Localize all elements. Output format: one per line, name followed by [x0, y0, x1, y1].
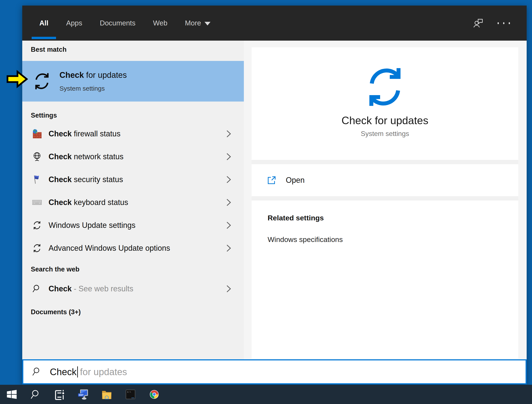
result-check-firewall-status[interactable]: Check firewall status — [22, 122, 244, 145]
remote-desktop-icon[interactable] — [77, 389, 89, 400]
search-input-suggestion-text: for updates — [80, 366, 127, 377]
result-subtitle: System settings — [59, 85, 127, 92]
text-cursor — [77, 366, 78, 378]
result-advanced-windows-update-options[interactable]: Advanced Windows Update options — [22, 237, 244, 259]
sync-icon — [32, 71, 52, 91]
related-item-windows-specifications[interactable]: Windows specifications — [268, 235, 518, 244]
chevron-right-icon — [226, 130, 231, 138]
search-flyout-window: All Apps Documents Web More Best mat — [22, 6, 527, 384]
search-icon[interactable] — [30, 389, 41, 400]
sync-icon — [32, 243, 42, 253]
annotation-arrow-right-icon — [6, 68, 28, 90]
settings-section-header: Settings — [22, 112, 244, 119]
result-web-check[interactable]: Check - See web results — [22, 277, 244, 301]
preview-title: Check for updates — [342, 114, 429, 127]
preview-subtitle: System settings — [361, 130, 409, 138]
section-divider — [251, 160, 518, 164]
result-windows-update-settings[interactable]: Windows Update settings — [22, 214, 244, 237]
open-label: Open — [286, 176, 305, 185]
search-icon — [32, 284, 42, 294]
result-check-network-status[interactable]: Check network status — [22, 145, 244, 168]
result-check-keyboard-status[interactable]: Check keyboard status — [22, 191, 244, 214]
section-divider — [251, 196, 518, 201]
tab-more[interactable]: More — [176, 6, 219, 41]
search-the-web-header: Search the web — [22, 265, 244, 273]
best-match-header: Best match — [22, 46, 244, 53]
chevron-down-icon — [205, 22, 211, 25]
result-title: Check for updates — [59, 70, 127, 80]
sync-icon — [363, 64, 407, 110]
command-prompt-icon[interactable]: C:\ — [125, 389, 136, 400]
search-input-bar[interactable]: Check for updates — [22, 359, 527, 384]
chevron-right-icon — [226, 199, 231, 206]
preview-card: Check for updates System settings Open R… — [251, 47, 518, 359]
sync-icon — [32, 220, 42, 230]
settings-results-list: Check firewall status Check network stat… — [22, 122, 244, 259]
documents-section-header: Documents (3+) — [22, 308, 244, 316]
task-view-icon[interactable] — [53, 389, 65, 400]
search-input-typed-text[interactable]: Check — [50, 366, 77, 377]
search-filter-tabs: All Apps Documents Web More — [22, 6, 219, 41]
related-settings-header: Related settings — [268, 214, 518, 222]
tab-all[interactable]: All — [32, 6, 57, 41]
security-flag-icon — [32, 175, 42, 184]
chrome-icon[interactable] — [148, 389, 160, 400]
chevron-right-icon — [226, 285, 231, 293]
chevron-right-icon — [226, 244, 231, 252]
chevron-right-icon — [226, 221, 231, 229]
svg-text:C:\: C:\ — [127, 391, 131, 393]
chevron-right-icon — [226, 153, 231, 161]
open-external-icon — [267, 175, 277, 185]
result-check-security-status[interactable]: Check security status — [22, 168, 244, 191]
search-results-body: Best match Check for updates System sett… — [22, 41, 527, 359]
search-icon — [32, 367, 42, 377]
tab-web[interactable]: Web — [144, 6, 176, 41]
user-feedback-icon[interactable] — [472, 17, 484, 29]
firewall-icon — [32, 129, 42, 139]
related-settings-section: Related settings Windows specifications — [251, 201, 518, 359]
taskbar: C:\ — [0, 385, 532, 404]
search-header: All Apps Documents Web More — [22, 6, 527, 41]
keyboard-icon — [32, 197, 42, 207]
windows-start-icon[interactable] — [6, 389, 18, 400]
file-explorer-icon[interactable] — [101, 389, 113, 400]
results-panel: Best match Check for updates System sett… — [22, 41, 244, 359]
tab-apps[interactable]: Apps — [57, 6, 91, 41]
open-action[interactable]: Open — [251, 164, 518, 196]
network-globe-icon — [32, 152, 42, 162]
preview-panel-area: Check for updates System settings Open R… — [244, 41, 527, 359]
preview-hero: Check for updates System settings — [251, 47, 518, 160]
tab-documents[interactable]: Documents — [91, 6, 144, 41]
chevron-right-icon — [226, 176, 231, 183]
ellipsis-icon[interactable] — [498, 17, 510, 29]
best-match-result-check-for-updates[interactable]: Check for updates System settings — [22, 61, 244, 101]
